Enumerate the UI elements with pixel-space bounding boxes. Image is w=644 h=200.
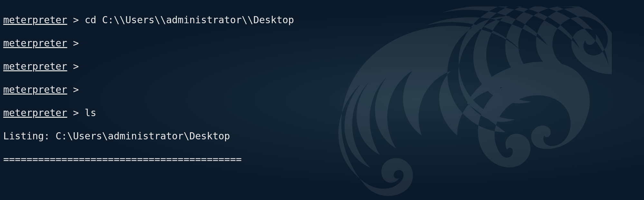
prompt-line: meterpreter > cd C:\\Users\\administrato… [3,14,641,26]
listing-divider: ========================================… [3,154,641,165]
prompt-separator: > [67,61,85,72]
prompt-text: meterpreter [3,61,67,72]
prompt-separator: > [67,84,85,95]
prompt-separator: > [67,14,85,25]
prompt-text: meterpreter [3,14,67,25]
blank-line [3,177,641,188]
listing-header: Listing: C:\Users\administrator\Desktop [3,130,641,142]
prompt-text: meterpreter [3,37,67,49]
prompt-text: meterpreter [3,107,67,118]
prompt-line: meterpreter > [3,61,641,72]
prompt-separator: > [67,107,85,118]
command-text: cd C:\\Users\\administrator\\Desktop [85,14,294,25]
prompt-text: meterpreter [3,84,67,95]
prompt-line: meterpreter > [3,37,641,49]
prompt-line: meterpreter > [3,84,641,95]
prompt-line: meterpreter > ls [3,107,641,119]
prompt-separator: > [67,37,85,49]
command-text: ls [85,107,96,118]
terminal-output[interactable]: meterpreter > cd C:\\Users\\administrato… [3,3,641,200]
